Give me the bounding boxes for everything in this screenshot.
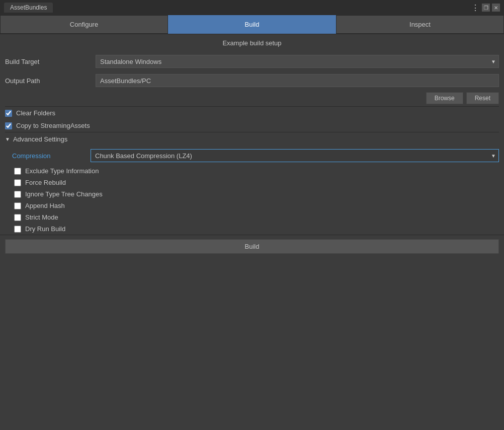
compression-select-wrapper: No Compression Standard Compression (LZM… <box>91 149 499 162</box>
advanced-settings-label: Advanced Settings <box>13 135 67 143</box>
build-button-row: Build <box>0 235 504 258</box>
build-target-row: Build Target Standalone Windows Standalo… <box>0 52 504 71</box>
compression-label: Compression <box>12 152 91 160</box>
output-path-input[interactable] <box>96 74 499 87</box>
dry-run-checkbox[interactable] <box>14 226 21 233</box>
force-rebuild-checkbox[interactable] <box>14 179 21 186</box>
copy-streaming-checkbox[interactable] <box>5 122 12 129</box>
ignore-type-tree-row: Ignore Type Tree Changes <box>0 188 504 200</box>
strict-mode-row: Strict Mode <box>0 211 504 223</box>
build-target-label: Build Target <box>5 58 96 65</box>
force-rebuild-label[interactable]: Force Rebuild <box>25 179 66 186</box>
build-target-select-wrapper: Standalone Windows Standalone Mac Androi… <box>96 55 499 68</box>
copy-streaming-label[interactable]: Copy to StreamingAssets <box>16 122 90 129</box>
window: AssetBundles ⋮ ❐ ✕ Configure Build Inspe… <box>0 0 504 430</box>
ignore-type-tree-label[interactable]: Ignore Type Tree Changes <box>25 190 103 198</box>
browse-button[interactable]: Browse <box>426 92 463 104</box>
tab-inspect[interactable]: Inspect <box>336 15 504 34</box>
browse-reset-row: Browse Reset <box>0 90 504 106</box>
build-target-select[interactable]: Standalone Windows Standalone Mac Androi… <box>96 55 499 68</box>
strict-mode-checkbox[interactable] <box>14 214 21 221</box>
reset-button[interactable]: Reset <box>466 92 499 104</box>
clear-folders-row: Clear Folders <box>0 107 504 119</box>
title-bar: AssetBundles ⋮ ❐ ✕ <box>0 0 504 15</box>
clear-folders-checkbox[interactable] <box>5 110 12 117</box>
build-button[interactable]: Build <box>5 239 499 254</box>
append-hash-row: Append Hash <box>0 200 504 211</box>
tabs-bar: Configure Build Inspect <box>0 15 504 34</box>
append-hash-checkbox[interactable] <box>14 202 21 209</box>
subtitle: Example build setup <box>0 34 504 52</box>
compression-row: Compression No Compression Standard Comp… <box>0 146 504 165</box>
menu-dots-button[interactable]: ⋮ <box>471 3 480 13</box>
dry-run-label[interactable]: Dry Run Build <box>25 225 65 233</box>
strict-mode-label[interactable]: Strict Mode <box>25 213 58 221</box>
output-path-control <box>96 74 499 87</box>
output-path-row: Output Path <box>0 71 504 90</box>
copy-streaming-row: Copy to StreamingAssets <box>0 119 504 132</box>
exclude-type-row: Exclude Type Information <box>0 165 504 177</box>
force-rebuild-row: Force Rebuild <box>0 177 504 188</box>
build-target-control: Standalone Windows Standalone Mac Androi… <box>96 55 499 68</box>
exclude-type-checkbox[interactable] <box>14 168 21 175</box>
dry-run-row: Dry Run Build <box>0 223 504 235</box>
ignore-type-tree-checkbox[interactable] <box>14 191 21 198</box>
title-bar-controls: ⋮ ❐ ✕ <box>471 3 500 13</box>
title-bar-left: AssetBundles <box>4 3 53 13</box>
advanced-collapse-arrow: ▼ <box>5 136 10 142</box>
tab-configure[interactable]: Configure <box>0 15 168 34</box>
advanced-settings-header[interactable]: ▼ Advanced Settings <box>0 132 504 146</box>
compression-select[interactable]: No Compression Standard Compression (LZM… <box>91 149 499 162</box>
tab-build[interactable]: Build <box>168 15 336 34</box>
content-area: Example build setup Build Target Standal… <box>0 34 504 430</box>
close-button[interactable]: ✕ <box>492 4 500 12</box>
window-title: AssetBundles <box>4 3 53 13</box>
restore-button[interactable]: ❐ <box>482 4 490 12</box>
exclude-type-label[interactable]: Exclude Type Information <box>25 167 99 175</box>
output-path-label: Output Path <box>5 77 96 85</box>
clear-folders-label[interactable]: Clear Folders <box>16 109 55 117</box>
append-hash-label[interactable]: Append Hash <box>25 202 65 209</box>
